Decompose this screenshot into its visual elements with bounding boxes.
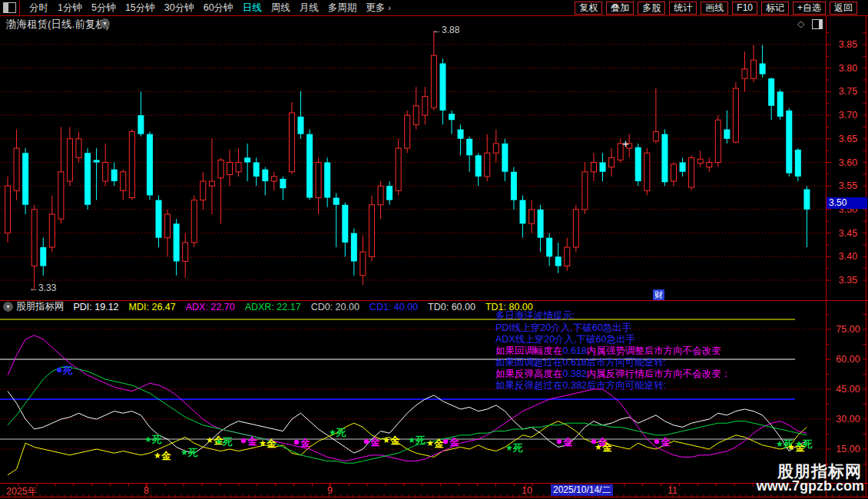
button-画线[interactable]: 画线 [701,2,728,15]
diamond-icon[interactable]: ◇ [797,18,804,29]
chevron-down-icon[interactable]: ▼ [100,18,110,28]
indicator-axis-label: 45.00 [833,384,863,395]
indicator-values: PDI: 19.12MDI: 26.47ADX: 22.70ADXR: 22.1… [74,302,543,312]
indicator-annotation-line: PDI线上穿20介入,下破60急出手 [495,322,631,333]
symbol-title: 渤海租赁(日线.前复权) [6,18,109,31]
price-axis-label: 3.75 [833,86,863,97]
indicator-annotation-line: 如果回调超过在0.618后市方向可能逆转: [495,357,666,368]
svg-text:★: ★ [215,437,223,446]
svg-text:死: 死 [336,428,346,438]
indicator-value: CD0: 20.00 [311,302,359,312]
svg-text:★: ★ [426,438,434,448]
button-返回[interactable]: 返回 [830,2,857,15]
indicator-value: PDI: 19.12 [74,302,119,312]
period-tab-日线[interactable]: 日线 [238,2,267,15]
period-tab-更多[interactable]: 更多 [361,2,389,15]
more-arrow-icon[interactable]: › [388,3,391,12]
time-axis-label: 8 [144,485,149,496]
button-F10[interactable]: F10 [732,2,757,15]
price-axis-label: 3.60 [833,157,863,168]
svg-text:死: 死 [802,439,813,450]
price-axis-label: 3.55 [833,180,863,191]
period-tab-30分钟[interactable]: 30分钟 [160,2,199,15]
svg-text:金: 金 [389,435,400,446]
watermark-site-url: www.7gpzb.com [757,478,864,494]
svg-text:死: 死 [512,443,523,454]
time-axis-label: 9 [327,485,333,496]
period-tabs: 分时1分钟5分钟15分钟30分钟60分钟日线周线月线多周期更多› [25,2,391,15]
indicator-annotation-line: 如果回调幅度在0.618内属强势调整后市方向不会改变 [495,345,721,356]
period-tab-5分钟[interactable]: 5分钟 [87,2,121,15]
indicator-value: ADX: 22.70 [186,302,235,312]
button-统计[interactable]: 统计 [669,2,697,15]
button-叠加[interactable]: 叠加 [606,2,634,15]
svg-text:★: ★ [329,428,336,437]
period-tab-15分钟[interactable]: 15分钟 [121,2,160,15]
high-price-annotation: ←3.88 [432,25,459,35]
svg-text:死: 死 [187,448,198,458]
svg-text:金: 金 [369,437,380,448]
period-tab-分时[interactable]: 分时 [25,2,53,15]
svg-text:★: ★ [259,438,267,448]
button-复权[interactable]: 复权 [575,2,602,15]
price-axis-label: 3.45 [833,228,863,239]
indicator-value: ADXR: 22.17 [245,302,301,312]
svg-text:★: ★ [206,435,214,444]
svg-text:★: ★ [787,442,795,451]
app-window: 死★死★金★死★金★死金★金金★死金★金★死★金金★死金金★金金★死★金★死 分… [0,0,868,499]
indicator-header: ▼ 股朋指标网 PDI: 19.12MDI: 26.47ADX: 22.70AD… [0,301,822,312]
toolbar-buttons: 复权叠加多股统计画线F10标记+自选返回 [575,2,857,15]
price-axis-label: 3.85 [833,39,863,50]
svg-text:金: 金 [601,442,612,453]
svg-text:金: 金 [247,436,257,447]
svg-text:死: 死 [62,365,73,376]
svg-text:★: ★ [408,435,416,444]
svg-text:★: ★ [181,448,188,457]
period-tab-多周期[interactable]: 多周期 [323,2,362,15]
svg-text:★: ★ [383,435,390,444]
svg-text:★: ★ [154,451,161,460]
panel-toggle-icon[interactable] [812,19,823,29]
svg-text:金: 金 [300,438,310,448]
svg-text:★: ★ [144,435,152,444]
period-tab-月线[interactable]: 月线 [295,2,323,15]
button-多股[interactable]: 多股 [638,2,665,15]
low-price-annotation: ←3.33 [29,283,56,293]
svg-text:金: 金 [266,438,277,449]
svg-text:金: 金 [433,438,444,449]
price-axis-label: 3.65 [833,134,863,144]
price-axis-label: 3.35 [833,275,863,286]
chart-canvas[interactable]: 死★死★金★死★金★死金★金金★死金★金★死★金金★死金金★金金★死★金★死 [0,0,868,499]
ex-dividend-cross-icon: + [622,137,629,150]
svg-text:★: ★ [795,439,803,448]
period-tab-1分钟[interactable]: 1分钟 [53,2,87,15]
svg-text:死: 死 [222,437,233,448]
period-tab-60分钟[interactable]: 60分钟 [199,2,238,15]
indicator-axis-label: 30.00 [833,414,863,425]
svg-text:金: 金 [660,437,671,448]
svg-text:金: 金 [562,437,573,448]
indicator-annotation-line: ADX线上穿20介入,下破60急出手 [495,334,635,345]
price-axis-label: 3.40 [833,251,863,262]
svg-text:死: 死 [415,435,426,446]
top-toolbar: 分时1分钟5分钟15分钟30分钟60分钟日线周线月线多周期更多› 复权叠加多股统… [0,0,868,16]
svg-text:★: ★ [776,439,784,448]
indicator-name: 股朋指标网 [16,300,65,313]
layout-split-icon[interactable] [3,2,16,13]
time-axis-label: 2025年 [6,485,37,498]
indicator-value: TD1: 80.00 [485,302,533,312]
time-axis-label: 11 [668,485,678,496]
time-axis-label: 10 [522,485,532,496]
price-axis-label: 3.80 [833,63,863,74]
indicator-axis-label: 75.00 [833,324,863,335]
button-标记[interactable]: 标记 [761,2,789,15]
financial-report-marker[interactable]: 财 [653,289,664,300]
indicator-annotation-line: 如果反弹高度在0.382内属反弹行情后市方向不会改变： [495,368,731,379]
current-price-tag: 3.50 [827,197,867,209]
svg-text:金: 金 [161,451,171,461]
period-tab-周线[interactable]: 周线 [267,2,295,15]
chevron-down-icon[interactable]: ▼ [3,302,13,312]
button-+自选[interactable]: +自选 [793,2,826,15]
indicator-axis-label: 15.00 [833,444,863,454]
svg-text:金: 金 [449,437,459,448]
